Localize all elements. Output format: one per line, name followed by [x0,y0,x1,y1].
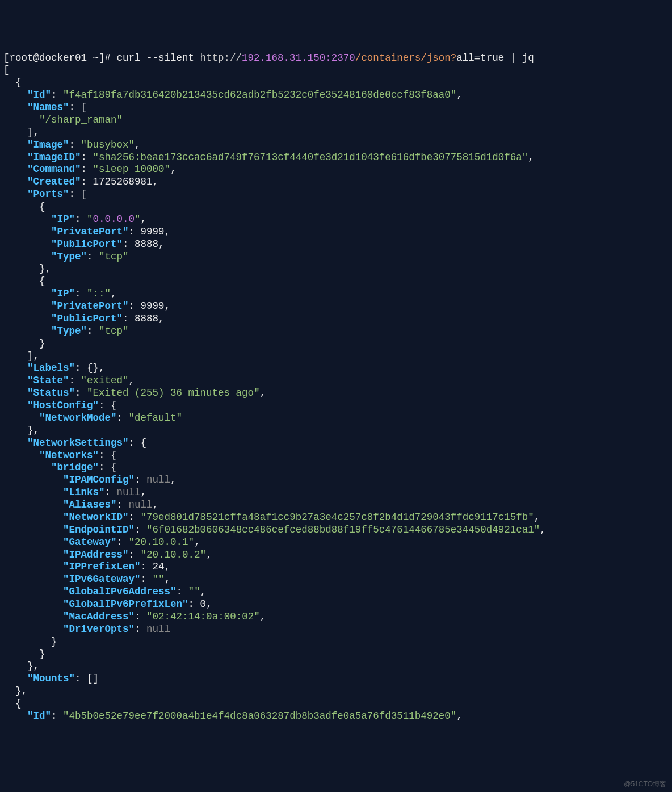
key-ip: "IP" [51,288,75,299]
key-bridge: "bridge" [51,462,99,473]
key-labels: "Labels" [27,362,75,374]
shell-prompt: [root@docker01 ~]# [3,52,111,64]
value-id: f4af189fa7db316420b213435cd62adb2fb5232c… [69,89,451,100]
key-globalipv6prefixlen: "GlobalIPv6PrefixLen" [63,598,188,610]
value-port0-ip: 0.0.0.0 [93,213,135,225]
key-mounts: "Mounts" [27,673,75,684]
key-privateport: "PrivatePort" [51,226,129,237]
value-port0-type: tcp [105,251,123,262]
value-aliases: null [129,499,153,510]
key-ipaddress: "IPAddress" [63,549,129,560]
value-image: busybox [87,139,129,150]
key-publicport: "PublicPort" [51,238,123,250]
value-port1-type: tcp [105,325,123,337]
value-gateway: 20.10.0.1 [135,537,188,548]
value-port0-private: 9999 [141,226,165,237]
watermark: @51CTO博客 [624,780,666,789]
key-status: "Status" [27,387,75,399]
url-query: all=true [456,52,504,64]
pipe-jq: | jq [504,52,534,64]
value-imageid: sha256:beae173ccac6ad749f76713cf4440fe3d… [99,152,522,163]
value-links: null [117,487,141,498]
value-id-next: 4b5b0e52e79ee7f2000a4b1e4f4dc8a063287db8… [69,710,451,722]
value-networkid: 79ed801d78521cffa48af1cc9b27a3e4c257c8f2… [146,512,528,523]
key-networkmode: "NetworkMode" [39,412,117,424]
terminal-output: [root@docker01 ~]# curl --silent http://… [3,52,669,723]
key-publicport: "PublicPort" [51,313,123,324]
key-type: "Type" [51,325,87,337]
key-type: "Type" [51,251,87,262]
key-gateway: "Gateway" [63,537,117,548]
value-created: 1725268981 [93,176,153,187]
value-labels: {}, [87,362,105,374]
value-port0-public: 8888 [135,238,158,250]
url-host: 192.168.31.150:2370 [242,52,355,64]
value-driveropts: null [146,623,170,635]
key-driveropts: "DriverOpts" [63,623,135,635]
key-created: "Created" [27,176,81,187]
key-globalipv6address: "GlobalIPv6Address" [63,586,177,597]
value-ipprefixlen: 24 [153,561,165,572]
value-command: sleep 10000 [99,164,165,175]
key-names: "Names" [27,102,69,113]
url-path: /containers/json? [355,52,457,64]
value-globalipv6prefixlen: 0 [200,598,207,610]
key-id-next: "Id" [27,710,51,722]
key-endpointid: "EndpointID" [63,524,135,535]
key-id: "Id" [27,89,51,100]
key-ipv6gateway: "IPv6Gateway" [63,573,141,585]
value-macaddress: 02:42:14:0a:00:02 [153,611,254,622]
key-macaddress: "MacAddress" [63,611,135,622]
json-array-open: [ [3,64,10,76]
value-networkmode: default [135,412,177,424]
key-networkid: "NetworkID" [63,512,129,523]
value-name-0: /sharp_raman [45,114,117,125]
key-privateport: "PrivatePort" [51,300,129,312]
value-state: exited [87,375,123,386]
key-imageid: "ImageID" [27,152,81,163]
value-endpointid: 6f01682b0606348cc486cefced88bd88f19ff5c4… [153,524,534,535]
key-state: "State" [27,375,69,386]
key-hostconfig: "HostConfig" [27,400,99,411]
key-command: "Command" [27,164,81,175]
json-obj-open: { [15,77,22,88]
key-links: "Links" [63,487,105,498]
key-networksettings: "NetworkSettings" [27,437,129,449]
value-mounts: [] [87,673,99,684]
value-port1-private: 9999 [141,300,165,312]
command: curl --silent [117,52,195,64]
value-port1-ip: :: [93,288,105,299]
key-ipprefixlen: "IPPrefixLen" [63,561,141,572]
key-ipamconfig: "IPAMConfig" [63,474,135,485]
value-ipaddress: 20.10.0.2 [146,549,200,560]
key-image: "Image" [27,139,69,150]
key-ports: "Ports" [27,188,69,200]
key-ip: "IP" [51,213,75,225]
url-scheme: http:// [200,52,242,64]
key-networks: "Networks" [39,450,99,461]
value-ipamconfig: null [146,474,170,485]
value-status: Exited (255) 36 minutes ago [93,387,254,399]
value-port1-public: 8888 [135,313,158,324]
key-aliases: "Aliases" [63,499,117,510]
